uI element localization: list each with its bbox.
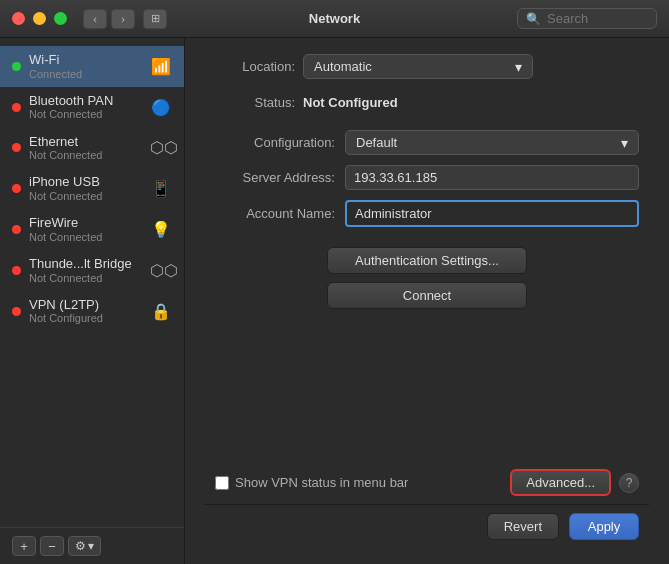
ethernet-icon: ⬡⬡ <box>150 138 172 157</box>
status-label: Status: <box>215 95 295 110</box>
wifi-icon: 📶 <box>150 57 172 76</box>
sidebar-item-wifi[interactable]: Wi-Fi Connected 📶 <box>0 46 184 87</box>
spacer <box>205 329 649 461</box>
configuration-label: Configuration: <box>215 135 335 150</box>
location-value: Automatic <box>314 59 372 74</box>
main-layout: Wi-Fi Connected 📶 Bluetooth PAN Not Conn… <box>0 38 669 564</box>
ethernet-status: Not Connected <box>29 149 146 162</box>
back-button[interactable]: ‹ <box>83 9 107 29</box>
forward-button[interactable]: › <box>111 9 135 29</box>
location-chevron: ▾ <box>515 60 522 74</box>
sidebar: Wi-Fi Connected 📶 Bluetooth PAN Not Conn… <box>0 38 185 564</box>
gear-chevron: ▾ <box>88 539 94 553</box>
network-list: Wi-Fi Connected 📶 Bluetooth PAN Not Conn… <box>0 46 184 527</box>
advanced-button[interactable]: Advanced... <box>510 469 611 496</box>
bottom-right-buttons: Advanced... ? <box>510 469 639 496</box>
iphone-status: Not Connected <box>29 190 146 203</box>
wifi-info: Wi-Fi Connected <box>29 52 146 81</box>
iphone-name: iPhone USB <box>29 174 146 190</box>
remove-network-button[interactable]: − <box>40 536 64 556</box>
bottom-bar: Show VPN status in menu bar Advanced... … <box>205 461 649 504</box>
vpn-menu-bar-checkbox[interactable] <box>215 476 229 490</box>
iphone-info: iPhone USB Not Connected <box>29 174 146 203</box>
bluetooth-icon: 🔵 <box>150 98 172 117</box>
vpn-status: Not Configured <box>29 312 146 325</box>
thunderbolt-status: Not Connected <box>29 272 146 285</box>
content-area: Location: Automatic ▾ Status: Not Config… <box>185 38 669 564</box>
ethernet-name: Ethernet <box>29 134 146 150</box>
bluetooth-info: Bluetooth PAN Not Connected <box>29 93 146 122</box>
ethernet-info: Ethernet Not Connected <box>29 134 146 163</box>
auth-settings-button[interactable]: Authentication Settings... <box>327 247 527 274</box>
search-icon: 🔍 <box>526 12 541 26</box>
sidebar-item-ethernet[interactable]: Ethernet Not Connected ⬡⬡ <box>0 128 184 169</box>
configuration-row: Configuration: Default ▾ <box>215 130 639 155</box>
server-label: Server Address: <box>215 170 335 185</box>
status-value: Not Configured <box>303 95 398 110</box>
status-dot-wifi <box>12 62 21 71</box>
grid-button[interactable]: ⊞ <box>143 9 167 29</box>
revert-button[interactable]: Revert <box>487 513 559 540</box>
location-label: Location: <box>215 59 295 74</box>
help-button[interactable]: ? <box>619 473 639 493</box>
sidebar-item-iphone-usb[interactable]: iPhone USB Not Connected 📱 <box>0 168 184 209</box>
close-button[interactable] <box>12 12 25 25</box>
location-select[interactable]: Automatic ▾ <box>303 54 533 79</box>
configuration-value: Default <box>356 135 397 150</box>
sidebar-item-bluetooth[interactable]: Bluetooth PAN Not Connected 🔵 <box>0 87 184 128</box>
configuration-select[interactable]: Default ▾ <box>345 130 639 155</box>
firewire-name: FireWire <box>29 215 146 231</box>
thunderbolt-info: Thunde...lt Bridge Not Connected <box>29 256 146 285</box>
gear-icon: ⚙ <box>75 539 86 553</box>
status-row: Status: Not Configured <box>205 95 649 110</box>
sidebar-item-vpn[interactable]: VPN (L2TP) Not Configured 🔒 <box>0 291 184 332</box>
titlebar: ‹ › ⊞ Network 🔍 <box>0 0 669 38</box>
wifi-name: Wi-Fi <box>29 52 146 68</box>
firewire-icon: 💡 <box>150 220 172 239</box>
thunderbolt-name: Thunde...lt Bridge <box>29 256 146 272</box>
navigation-buttons: ‹ › ⊞ <box>83 9 167 29</box>
vpn-info: VPN (L2TP) Not Configured <box>29 297 146 326</box>
search-input[interactable] <box>547 11 648 26</box>
apply-button[interactable]: Apply <box>569 513 639 540</box>
minimize-button[interactable] <box>33 12 46 25</box>
vpn-name: VPN (L2TP) <box>29 297 146 313</box>
sidebar-footer: + − ⚙ ▾ <box>0 527 184 564</box>
status-dot-firewire <box>12 225 21 234</box>
bluetooth-name: Bluetooth PAN <box>29 93 146 109</box>
status-dot-vpn <box>12 307 21 316</box>
config-chevron: ▾ <box>621 136 628 150</box>
status-dot-bluetooth <box>12 103 21 112</box>
vpn-menu-bar-checkbox-wrap: Show VPN status in menu bar <box>215 475 408 490</box>
search-box[interactable]: 🔍 <box>517 8 657 29</box>
wifi-status: Connected <box>29 68 146 81</box>
account-input[interactable] <box>345 200 639 227</box>
iphone-icon: 📱 <box>150 179 172 198</box>
gear-button[interactable]: ⚙ ▾ <box>68 536 101 556</box>
status-dot-thunderbolt <box>12 266 21 275</box>
server-input[interactable] <box>345 165 639 190</box>
connect-button[interactable]: Connect <box>327 282 527 309</box>
bluetooth-status: Not Connected <box>29 108 146 121</box>
footer-buttons: Revert Apply <box>205 504 649 548</box>
firewire-info: FireWire Not Connected <box>29 215 146 244</box>
status-dot-iphone <box>12 184 21 193</box>
vpn-icon: 🔒 <box>150 302 172 321</box>
sidebar-item-firewire[interactable]: FireWire Not Connected 💡 <box>0 209 184 250</box>
account-row: Account Name: <box>215 200 639 227</box>
add-network-button[interactable]: + <box>12 536 36 556</box>
window-title: Network <box>309 11 360 26</box>
thunderbolt-icon: ⬡⬡ <box>150 261 172 280</box>
location-row: Location: Automatic ▾ <box>205 54 649 79</box>
server-row: Server Address: <box>215 165 639 190</box>
maximize-button[interactable] <box>54 12 67 25</box>
action-buttons: Authentication Settings... Connect <box>205 247 649 309</box>
status-dot-ethernet <box>12 143 21 152</box>
account-label: Account Name: <box>215 206 335 221</box>
firewire-status: Not Connected <box>29 231 146 244</box>
vpn-menu-bar-label: Show VPN status in menu bar <box>235 475 408 490</box>
form-fields: Configuration: Default ▾ Server Address:… <box>205 130 649 227</box>
window-controls <box>12 12 67 25</box>
sidebar-item-thunderbolt[interactable]: Thunde...lt Bridge Not Connected ⬡⬡ <box>0 250 184 291</box>
